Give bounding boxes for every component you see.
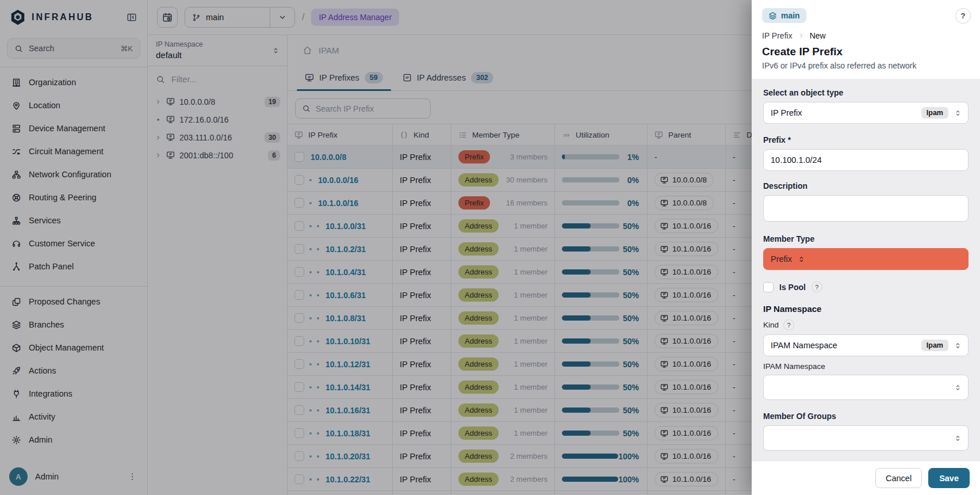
create-ip-prefix-panel: main ? IP Prefix New Create IP Prefix IP… bbox=[752, 0, 980, 495]
panel-breadcrumb: IP Prefix New bbox=[762, 31, 970, 40]
prefix-field bbox=[763, 149, 968, 171]
member-type-select[interactable]: Prefix bbox=[763, 248, 968, 270]
member-type-label: Member Type bbox=[763, 234, 968, 243]
panel-footer: Cancel Save bbox=[752, 460, 980, 495]
member-of-groups-select[interactable] bbox=[763, 425, 968, 451]
save-button[interactable]: Save bbox=[928, 468, 970, 488]
ipam-badge: Ipam bbox=[921, 107, 948, 119]
member-of-groups-label: Member Of Groups bbox=[763, 412, 968, 421]
chevron-right-icon bbox=[798, 32, 805, 39]
ipam-badge: Ipam bbox=[921, 340, 948, 351]
panel-header: main ? IP Prefix New Create IP Prefix IP… bbox=[752, 0, 980, 79]
kind-help-icon[interactable]: ? bbox=[783, 319, 794, 330]
description-field-label: Description bbox=[763, 181, 968, 191]
chevrons-up-down-icon bbox=[954, 341, 962, 350]
panel-subtitle: IPv6 or IPv4 prefix also referred as net… bbox=[762, 61, 970, 70]
chevrons-up-down-icon bbox=[954, 383, 962, 392]
chevrons-up-down-icon bbox=[954, 434, 962, 443]
is-pool-row: Is Pool ? bbox=[763, 281, 968, 292]
ipam-namespace-label: IPAM Namespace bbox=[763, 362, 968, 371]
ip-namespace-heading: IP Namespace bbox=[763, 304, 968, 314]
help-button[interactable]: ? bbox=[955, 8, 971, 24]
branch-badge: main bbox=[762, 8, 806, 23]
is-pool-checkbox[interactable] bbox=[763, 282, 774, 292]
kind-label-row: Kind ? bbox=[763, 319, 968, 330]
cancel-button[interactable]: Cancel bbox=[875, 468, 922, 488]
is-pool-label: Is Pool bbox=[779, 283, 806, 292]
object-type-label: Select an object type bbox=[763, 88, 968, 97]
ipam-namespace-select[interactable] bbox=[763, 375, 968, 400]
layers-icon bbox=[768, 12, 777, 20]
is-pool-help-icon[interactable]: ? bbox=[811, 281, 822, 292]
prefix-input[interactable] bbox=[771, 155, 962, 165]
panel-form: Select an object type IP Prefix Ipam Pre… bbox=[752, 79, 980, 460]
prefix-field-label: Prefix * bbox=[763, 135, 968, 144]
object-type-select[interactable]: IP Prefix Ipam bbox=[763, 102, 968, 124]
kind-select[interactable]: IPAM Namespace Ipam bbox=[763, 334, 968, 356]
modal-overlay[interactable] bbox=[0, 0, 752, 495]
chevrons-up-down-icon bbox=[954, 109, 962, 117]
panel-title: Create IP Prefix bbox=[762, 45, 970, 58]
breadcrumb-ip-prefix[interactable]: IP Prefix bbox=[762, 31, 793, 40]
app-root: INFRAHUB Search ⌘K Organization Location… bbox=[0, 0, 980, 495]
description-input[interactable] bbox=[763, 195, 968, 222]
breadcrumb-new: New bbox=[810, 31, 826, 40]
chevrons-up-down-icon bbox=[797, 255, 806, 264]
